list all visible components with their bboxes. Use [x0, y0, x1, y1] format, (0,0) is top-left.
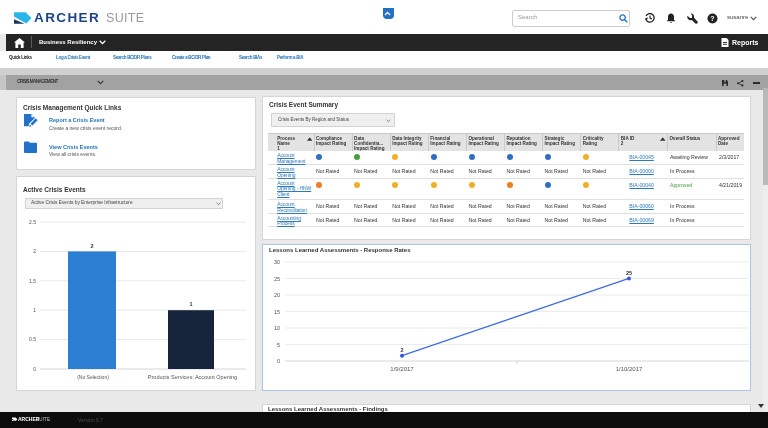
svg-text:1: 1	[189, 301, 192, 307]
svg-text:0: 0	[277, 358, 280, 364]
svg-text:1/10/2017: 1/10/2017	[616, 366, 643, 372]
svg-text:25: 25	[626, 269, 632, 275]
svg-text:30: 30	[274, 259, 280, 265]
svg-text:1/9/2017: 1/9/2017	[390, 366, 414, 372]
svg-text:5: 5	[277, 341, 280, 347]
svg-text:10: 10	[274, 325, 280, 331]
svg-text:(No Selection): (No Selection)	[77, 374, 109, 380]
svg-text:1: 1	[33, 307, 36, 313]
svg-text:2: 2	[33, 248, 36, 254]
svg-text:20: 20	[274, 292, 280, 298]
svg-text:2.5: 2.5	[29, 219, 36, 225]
svg-text:25: 25	[274, 275, 280, 281]
svg-text:0.5: 0.5	[29, 336, 36, 342]
svg-text:?: ?	[710, 15, 714, 22]
svg-text:2: 2	[90, 243, 93, 249]
svg-text:Products Services: Account Ope: Products Services: Account Opening	[148, 374, 237, 380]
svg-text:0: 0	[33, 366, 36, 372]
svg-text:1.5: 1.5	[29, 278, 36, 284]
svg-text:15: 15	[274, 308, 280, 314]
svg-text:2: 2	[400, 346, 403, 352]
